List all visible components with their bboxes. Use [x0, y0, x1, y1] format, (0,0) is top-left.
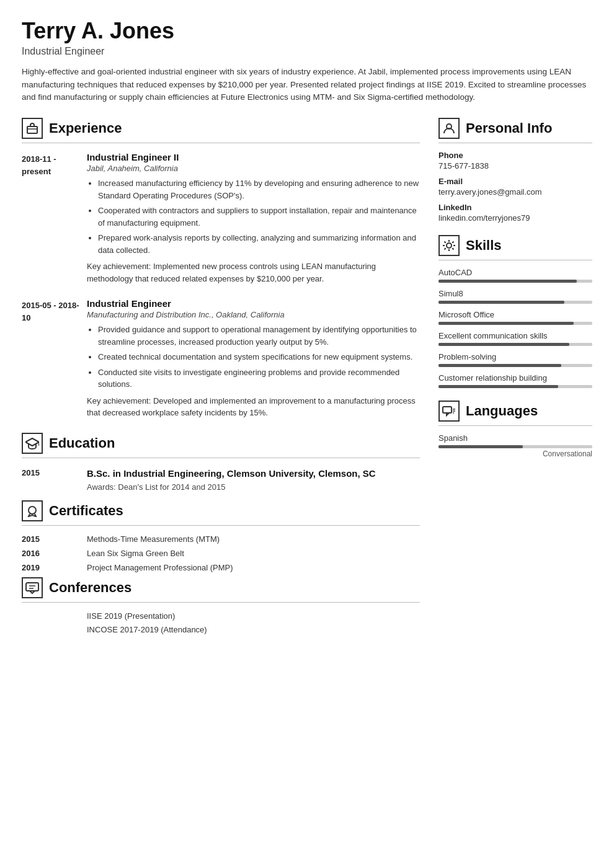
skill-item-4: Problem-solving	[438, 352, 592, 367]
skill-item-2: Microsoft Office	[438, 310, 592, 325]
skill-name-3: Excellent communication skills	[438, 331, 592, 340]
personal-info-icon	[438, 118, 460, 139]
education-divider	[22, 458, 420, 458]
education-entries: 2015 B.Sc. in Industrial Engineering, Cl…	[22, 467, 420, 492]
candidate-title: Industrial Engineer	[22, 46, 592, 57]
languages-title: Languages	[466, 403, 538, 419]
skill-name-1: Simul8	[438, 289, 592, 298]
education-icon	[22, 433, 43, 454]
cert-date-1: 2015	[22, 534, 87, 544]
conferences-icon	[22, 577, 43, 598]
resume-header: Terry A. Jones Industrial Engineer Highl…	[22, 19, 592, 104]
linkedin-value: linkedin.com/terryjones79	[438, 213, 592, 223]
skill-item-3: Excellent communication skills	[438, 331, 592, 346]
skill-name-5: Customer relationship building	[438, 373, 592, 383]
skill-bar-bg-4	[438, 364, 592, 367]
conferences-title: Conferences	[49, 580, 131, 596]
skills-items: AutoCAD Simul8 Microsoft Office Excellen…	[438, 268, 592, 388]
skill-bar-fill-2	[438, 322, 574, 325]
svg-rect-18	[443, 407, 452, 413]
cert-entry-3: 2019 Project Management Professional (PM…	[22, 563, 420, 572]
personal-info-section: Personal Info Phone 715-677-1838 E-mail …	[438, 118, 592, 223]
edu-awards-1: Awards: Dean's List for 2014 and 2015	[87, 482, 376, 492]
svg-line-17	[445, 249, 446, 250]
lang-name-0: Spanish	[438, 433, 592, 443]
personal-phone: Phone 715-677-1838	[438, 151, 592, 170]
lang-level-0: Conversational	[438, 450, 592, 458]
experience-header: Experience	[22, 118, 420, 139]
languages-icon	[438, 401, 460, 422]
languages-items: Spanish Conversational	[438, 433, 592, 458]
personal-info-divider	[438, 143, 592, 143]
cert-name-2: Lean Six Sigma Green Belt	[87, 549, 184, 558]
svg-line-16	[452, 242, 453, 243]
main-layout: Experience 2018-11 - present Industrial …	[22, 118, 592, 639]
conf-entry-2: INCOSE 2017-2019 (Attendance)	[22, 625, 420, 634]
conferences-divider	[22, 602, 420, 603]
certificates-title: Certificates	[49, 503, 123, 519]
experience-entries: 2018-11 - present Industrial Engineer II…	[22, 152, 420, 419]
certificates-header: Certificates	[22, 500, 420, 521]
certificates-icon	[22, 500, 43, 521]
exp-bullet-2-2: Created technical documentation and syst…	[98, 351, 420, 363]
cert-entry-2: 2016 Lean Six Sigma Green Belt	[22, 549, 420, 558]
exp-bullet-2-3: Conducted site visits to investigate eng…	[98, 366, 420, 391]
email-value: terry.avery.jones@gmail.com	[438, 187, 592, 197]
exp-date-2: 2015-05 - 2018-10	[22, 298, 87, 419]
conf-name-2: INCOSE 2017-2019 (Attendance)	[87, 625, 207, 634]
education-header: Education	[22, 433, 420, 454]
svg-point-9	[447, 243, 452, 248]
lang-item-0: Spanish Conversational	[438, 433, 592, 458]
skill-bar-bg-0	[438, 280, 592, 283]
lang-bar-fill-0	[438, 445, 523, 448]
skills-title: Skills	[466, 237, 501, 254]
skill-item-5: Customer relationship building	[438, 373, 592, 388]
conferences-entries: IISE 2019 (Presentation) INCOSE 2017-201…	[22, 611, 420, 634]
edu-entry-1: 2015 B.Sc. in Industrial Engineering, Cl…	[22, 467, 420, 492]
education-title: Education	[49, 435, 115, 451]
conf-spacer-1	[22, 611, 87, 621]
skill-item-0: AutoCAD	[438, 268, 592, 283]
exp-bullets-2: Provided guidance and support to operati…	[87, 324, 420, 391]
certificates-divider	[22, 525, 420, 526]
conferences-section: Conferences IISE 2019 (Presentation) INC…	[22, 577, 420, 634]
svg-rect-0	[27, 126, 37, 133]
skill-bar-fill-3	[438, 343, 569, 346]
exp-jobtitle-1: Industrial Engineer II	[87, 152, 420, 162]
svg-point-4	[29, 507, 36, 514]
edu-degree-1: B.Sc. in Industrial Engineering, Clemson…	[87, 467, 376, 480]
skill-name-0: AutoCAD	[438, 268, 592, 277]
personal-info-title: Personal Info	[466, 120, 552, 136]
exp-company-2: Manufacturing and Distribution Inc., Oak…	[87, 310, 420, 319]
exp-achievement-2: Key achievement: Developed and implement…	[87, 395, 420, 419]
skill-bar-fill-5	[438, 385, 558, 388]
conf-name-1: IISE 2019 (Presentation)	[87, 611, 175, 621]
exp-entry-2: 2015-05 - 2018-10 Industrial Engineer Ma…	[22, 298, 420, 419]
skill-bar-fill-1	[438, 301, 564, 304]
exp-company-1: Jabil, Anaheim, California	[87, 164, 420, 173]
skills-header: Skills	[438, 235, 592, 256]
exp-date-1: 2018-11 - present	[22, 152, 87, 285]
exp-bullet-1-2: Cooperated with contractors and supplier…	[98, 205, 420, 229]
cert-entry-1: 2015 Methods-Time Measurements (MTM)	[22, 534, 420, 544]
languages-section: Languages Spanish Conversational	[438, 401, 592, 458]
skill-bar-fill-0	[438, 280, 577, 283]
linkedin-label: LinkedIn	[438, 203, 592, 212]
languages-header: Languages	[438, 401, 592, 422]
conf-entry-1: IISE 2019 (Presentation)	[22, 611, 420, 621]
skill-bar-bg-3	[438, 343, 592, 346]
personal-info-header: Personal Info	[438, 118, 592, 139]
conf-spacer-2	[22, 625, 87, 634]
exp-bullets-1: Increased manufacturing efficiency by 11…	[87, 177, 420, 256]
cert-date-2: 2016	[22, 549, 87, 558]
skill-item-1: Simul8	[438, 289, 592, 304]
experience-icon	[22, 118, 43, 139]
certificates-section: Certificates 2015 Methods-Time Measureme…	[22, 500, 420, 572]
personal-linkedin: LinkedIn linkedin.com/terryjones79	[438, 203, 592, 223]
cert-date-3: 2019	[22, 563, 87, 572]
skills-divider	[438, 260, 592, 260]
skill-bar-bg-2	[438, 322, 592, 325]
languages-divider	[438, 425, 592, 426]
svg-line-15	[452, 249, 453, 250]
conferences-header: Conferences	[22, 577, 420, 598]
